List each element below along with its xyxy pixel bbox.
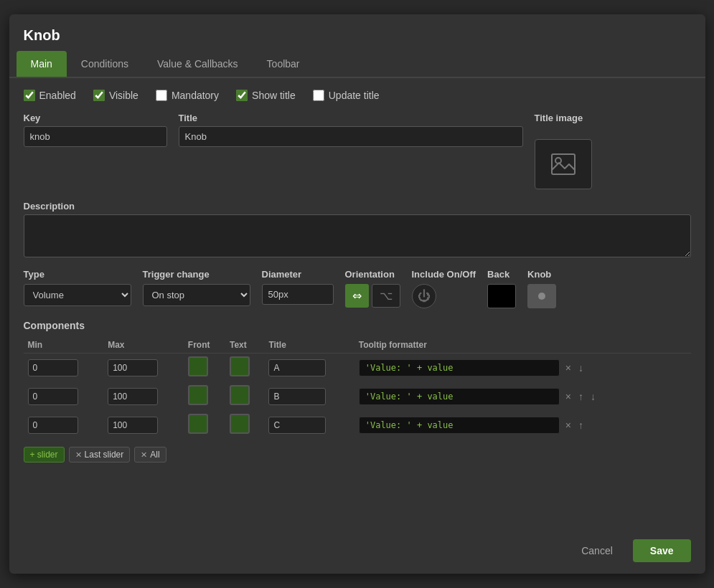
tooltip-action-btn[interactable]: × [564, 390, 573, 403]
col-title: Title [264, 337, 354, 354]
components-title: Components [24, 320, 691, 331]
title-image-label: Title image [535, 113, 592, 123]
main-content: Enabled Visible Mandatory Show title Upd… [9, 78, 705, 474]
tag-last-slider[interactable]: ✕ Last slider [69, 447, 131, 463]
show-title-checkbox[interactable] [236, 90, 248, 101]
type-select[interactable]: Volume Pan Generic [24, 284, 131, 306]
add-slider-button[interactable]: + slider [24, 447, 65, 463]
text-color-btn[interactable] [230, 414, 250, 434]
title-input-row[interactable] [268, 417, 326, 434]
diameter-group: Diameter [262, 269, 334, 305]
front-color-btn[interactable] [188, 356, 208, 376]
tab-conditions[interactable]: Conditions [67, 51, 143, 77]
tags-row: + slider ✕ Last slider ✕ All [24, 447, 691, 463]
title-input-row[interactable] [268, 388, 326, 405]
col-tooltip: Tooltip formatter [354, 337, 691, 354]
description-label: Description [24, 201, 691, 212]
knob-group: Knob [527, 269, 556, 308]
update-title-label: Update title [329, 90, 380, 101]
update-title-checkbox-item[interactable]: Update title [313, 90, 380, 101]
cancel-button[interactable]: Cancel [570, 539, 624, 562]
trigger-group: Trigger change On stop On change On rele… [143, 269, 250, 306]
tooltip-action-btn[interactable]: ↓ [589, 390, 597, 403]
key-field-group: Key [24, 113, 167, 147]
tooltip-cell: ×↑↓ [359, 388, 687, 405]
orientation-buttons: ⇔ ⌥ [345, 284, 400, 308]
title-input-row[interactable] [268, 359, 326, 376]
enabled-checkbox-item[interactable]: Enabled [24, 90, 76, 101]
include-onoff-icon[interactable]: ⏻ [412, 284, 436, 308]
key-input[interactable] [24, 126, 167, 147]
title-label: Title [179, 113, 523, 123]
props-row: Type Volume Pan Generic Trigger change O… [24, 269, 691, 308]
checkboxes-row: Enabled Visible Mandatory Show title Upd… [24, 90, 691, 101]
min-input[interactable] [28, 417, 78, 434]
trigger-label: Trigger change [143, 269, 250, 280]
visible-label: Visible [109, 90, 138, 101]
tooltip-action-btn[interactable]: ↑ [577, 390, 585, 403]
text-color-btn[interactable] [230, 356, 250, 376]
tooltip-input[interactable] [359, 388, 560, 405]
min-input[interactable] [28, 388, 78, 405]
show-title-checkbox-item[interactable]: Show title [236, 90, 296, 101]
enabled-label: Enabled [39, 90, 76, 101]
max-input[interactable] [108, 417, 158, 434]
type-label: Type [24, 269, 131, 280]
title-image-picker[interactable] [535, 139, 592, 189]
min-input[interactable] [28, 359, 78, 376]
max-input[interactable] [108, 359, 158, 376]
front-color-btn[interactable] [188, 385, 208, 405]
orientation-horizontal-btn[interactable]: ⇔ [345, 284, 369, 308]
tooltip-action-btn[interactable]: × [564, 419, 573, 432]
key-label: Key [24, 113, 167, 123]
visible-checkbox-item[interactable]: Visible [93, 90, 138, 101]
back-color-swatch[interactable] [487, 284, 516, 308]
tooltip-input[interactable] [359, 359, 560, 376]
show-title-label: Show title [252, 90, 296, 101]
update-title-checkbox[interactable] [313, 90, 324, 101]
col-text: Text [225, 337, 264, 354]
tag-all[interactable]: ✕ All [134, 447, 166, 463]
include-onoff-group: Include On/Off ⏻ [412, 269, 476, 308]
tab-main[interactable]: Main [17, 51, 67, 77]
text-color-btn[interactable] [230, 385, 250, 405]
components-section: Components Min Max Front Text Title Tool… [24, 320, 691, 463]
col-max: Max [103, 337, 184, 354]
tooltip-cell: ×↑ [359, 417, 687, 434]
tab-value-callbacks[interactable]: Value & Callbacks [143, 51, 253, 77]
title-input[interactable] [179, 126, 523, 147]
dialog: Knob Main Conditions Value & Callbacks T… [9, 14, 705, 574]
tag-last-slider-x[interactable]: ✕ [75, 450, 82, 460]
visible-checkbox[interactable] [93, 90, 105, 101]
trigger-select[interactable]: On stop On change On release [143, 284, 250, 306]
knob-color-swatch[interactable] [527, 284, 556, 308]
include-onoff-label: Include On/Off [412, 269, 476, 280]
mandatory-checkbox[interactable] [156, 90, 167, 101]
tooltip-action-btn[interactable]: ↓ [577, 361, 585, 374]
front-color-btn[interactable] [188, 414, 208, 434]
dialog-title: Knob [9, 14, 705, 51]
title-field-group: Title [179, 113, 523, 147]
svg-rect-0 [552, 154, 575, 174]
tooltip-action-btn[interactable]: ↑ [577, 419, 585, 432]
mandatory-checkbox-item[interactable]: Mandatory [156, 90, 219, 101]
tag-last-slider-label: Last slider [85, 450, 124, 460]
save-button[interactable]: Save [633, 539, 691, 562]
tooltip-action-btn[interactable]: × [564, 361, 573, 374]
tabs-bar: Main Conditions Value & Callbacks Toolba… [9, 51, 705, 78]
knob-label: Knob [527, 269, 556, 280]
orientation-label: Orientation [345, 269, 400, 280]
tooltip-input[interactable] [359, 417, 560, 434]
back-label: Back [487, 269, 516, 280]
type-group: Type Volume Pan Generic [24, 269, 131, 306]
table-row: ×↑ [24, 411, 691, 440]
orientation-vertical-btn[interactable]: ⌥ [372, 284, 400, 308]
description-textarea[interactable] [24, 214, 691, 257]
diameter-input[interactable] [262, 284, 334, 305]
table-row: ×↑↓ [24, 382, 691, 411]
table-row: ×↓ [24, 354, 691, 383]
enabled-checkbox[interactable] [24, 90, 35, 101]
tag-all-x[interactable]: ✕ [141, 450, 147, 460]
tab-toolbar[interactable]: Toolbar [253, 51, 314, 77]
max-input[interactable] [108, 388, 158, 405]
